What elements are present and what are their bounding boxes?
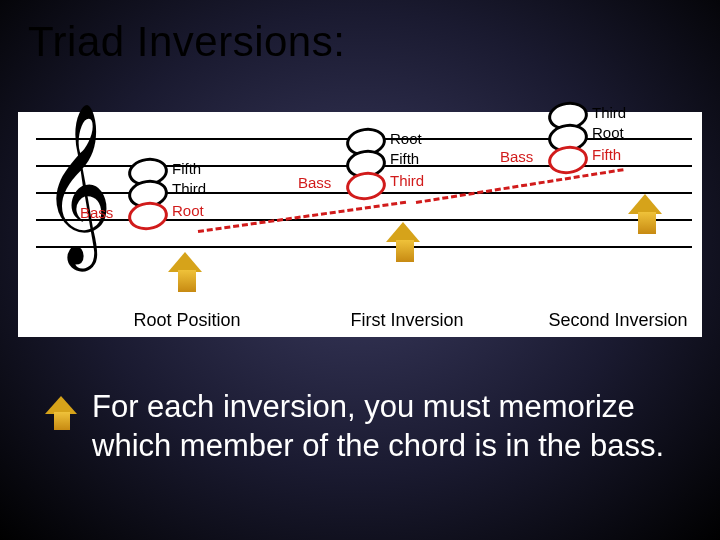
note-label: Fifth — [390, 150, 419, 167]
bass-label: Bass — [298, 174, 331, 191]
arrow-up-icon — [630, 194, 660, 234]
position-label: First Inversion — [332, 310, 482, 331]
position-label: Second Inversion — [538, 310, 698, 331]
chord-second-inversion: Third Root Fifth Bass — [548, 102, 718, 272]
treble-clef-icon: 𝄞 — [42, 114, 113, 254]
slide-title: Triad Inversions: — [28, 18, 345, 66]
arrow-up-icon — [388, 222, 418, 262]
note-label: Fifth — [592, 146, 621, 163]
slide-body-text: For each inversion, you must memorize wh… — [92, 388, 692, 466]
chord-first-inversion: Root Fifth Third Bass — [346, 128, 516, 298]
arrow-up-icon — [46, 396, 76, 436]
note-label: Third — [172, 180, 206, 197]
note-label: Root — [592, 124, 624, 141]
chord-root-position: Fifth Third Root Bass — [128, 158, 298, 328]
note-label: Fifth — [172, 160, 201, 177]
position-label: Root Position — [112, 310, 262, 331]
arrow-up-icon — [170, 252, 200, 292]
note-label: Third — [592, 104, 626, 121]
bass-label: Bass — [80, 204, 113, 221]
note-label: Root — [172, 202, 204, 219]
note-label: Third — [390, 172, 424, 189]
note-label: Root — [390, 130, 422, 147]
bass-label: Bass — [500, 148, 533, 165]
triad-inversions-figure: 𝄞 Fifth Third Root Bass Root Fifth Third… — [18, 112, 702, 337]
